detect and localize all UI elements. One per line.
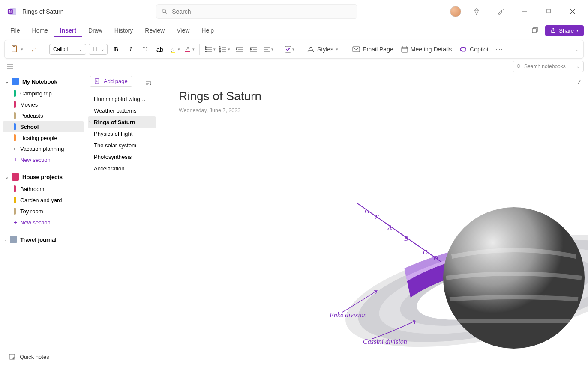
menu-file[interactable]: File [4,24,26,36]
ribbon-expand-icon[interactable]: ⌄ [575,47,580,52]
minimize-button[interactable] [516,5,533,18]
decrease-indent-button[interactable] [233,43,245,55]
align-button[interactable]: ▾ [262,43,274,55]
meeting-details-button[interactable]: Meeting Details [399,44,455,54]
section-item[interactable]: Hosting people [3,132,84,143]
section-item[interactable]: Toy room [3,206,84,217]
share-button[interactable]: Share ▾ [545,25,584,36]
page-item[interactable]: The solar system [88,140,156,151]
svg-point-19 [205,51,206,52]
underline-button[interactable]: U [139,43,151,55]
notebook-header[interactable]: ⌄My Notebook [3,75,84,88]
annotation-enke: Enke division [330,311,367,319]
share-label: Share [559,27,574,34]
bold-button[interactable]: B [110,43,122,55]
new-section-button[interactable]: +New section [3,154,84,165]
search-box[interactable] [156,4,357,19]
close-button[interactable] [564,5,581,18]
menu-home[interactable]: Home [26,24,54,36]
menu-view[interactable]: View [171,24,195,36]
user-avatar[interactable] [450,6,461,17]
section-item[interactable]: ›Vacation planning [3,143,84,154]
menu-bar: FileHomeInsertDrawHistoryReviewViewHelp … [0,23,588,38]
section-item[interactable]: Podcasts [3,110,84,121]
italic-button[interactable]: I [125,43,137,55]
ring-label-g: G [365,208,369,215]
note-title[interactable]: Rings of Saturn [179,90,567,103]
svg-rect-11 [13,45,15,47]
page-item[interactable]: Accelaration [88,163,156,174]
menu-draw[interactable]: Draw [82,24,108,36]
svg-rect-6 [546,9,550,13]
section-item[interactable]: School [3,121,84,132]
expand-canvas-icon[interactable]: ⤢ [577,78,582,85]
svg-point-15 [205,47,206,48]
sort-pages-icon[interactable] [142,77,154,89]
ring-label-c: C [423,249,427,256]
quick-notes-icon [9,353,15,360]
page-item[interactable]: Hummingbird wing… [88,93,156,105]
svg-line-48 [520,67,521,69]
search-input[interactable] [172,8,352,15]
page-item[interactable]: Rings of Saturn [88,116,156,128]
bullet-list-button[interactable]: ▾ [204,43,216,55]
page-item[interactable]: Photosynthesis [88,151,156,163]
coming-soon-icon[interactable] [492,5,509,18]
note-date: Wednesday, June 7, 2023 [179,107,567,113]
add-page-button[interactable]: Add page [90,76,132,87]
open-in-new-window-icon[interactable] [529,24,541,36]
menu-history[interactable]: History [108,24,139,36]
section-item[interactable]: Movies [3,99,84,110]
todo-tag-button[interactable]: ▾ [283,43,295,55]
menu-insert[interactable]: Insert [54,24,82,37]
note-canvas[interactable]: ⤢ Rings of Saturn Wednesday, June 7, 202… [158,72,588,367]
svg-rect-9 [532,29,536,33]
new-section-button[interactable]: +New section [3,217,84,228]
copilot-button[interactable]: Copilot [457,44,491,55]
strikethrough-button[interactable]: ab [154,43,166,55]
saturn-illustration: G F A B C D Enke division Cassini divisi… [334,201,588,367]
section-item[interactable]: Camping trip [3,88,84,99]
paste-button[interactable]: ▾ [8,43,26,55]
svg-rect-12 [171,52,175,53]
title-bar: N Rings of Saturn [0,0,588,23]
svg-point-17 [205,49,206,50]
notebook-header[interactable]: ⌄House projects [3,170,84,183]
search-notebooks-box[interactable]: Search notebooks ⌄ [513,61,584,72]
font-size-select[interactable]: 11⌄ [89,44,108,55]
highlight-button[interactable]: ▾ [168,43,180,55]
svg-rect-38 [402,47,408,52]
premium-icon[interactable] [468,5,485,18]
menu-help[interactable]: Help [195,24,220,36]
maximize-button[interactable] [540,5,557,18]
page-item[interactable]: Weather patterns [88,105,156,116]
svg-rect-14 [185,51,190,52]
format-painter-icon[interactable] [28,43,40,55]
nav-toggle-icon[interactable] [4,60,16,72]
section-item[interactable]: Garden and yard [3,194,84,206]
more-options-icon[interactable]: ⋯ [494,43,506,55]
search-icon [516,64,522,69]
quick-notes-button[interactable]: Quick notes [4,351,54,363]
increase-indent-button[interactable] [248,43,260,55]
numbered-list-button[interactable]: 123▾ [219,43,231,55]
svg-text:3: 3 [219,50,221,53]
add-page-icon [94,78,100,84]
document-title: Rings of Saturn [22,8,64,15]
svg-line-4 [165,12,167,13]
menu-review[interactable]: Review [139,24,171,36]
email-page-button[interactable]: Email Page [350,44,396,54]
svg-text:A: A [186,46,189,51]
page-item[interactable]: Physics of flight [88,128,156,140]
svg-point-47 [517,65,520,68]
ring-label-b: B [404,235,408,242]
onenote-app-icon: N [7,6,17,17]
svg-rect-37 [353,47,360,52]
font-color-button[interactable]: A▾ [183,43,195,55]
notebook-panel: ⌄My NotebookCamping tripMoviesPodcastsSc… [0,72,86,367]
styles-button[interactable]: Styles▾ [304,44,341,55]
notebook-header[interactable]: ›Travel journal [3,233,84,246]
ring-label-f: F [375,214,379,221]
section-item[interactable]: Bathroom [3,183,84,194]
font-family-select[interactable]: Calibri⌄ [49,44,86,55]
